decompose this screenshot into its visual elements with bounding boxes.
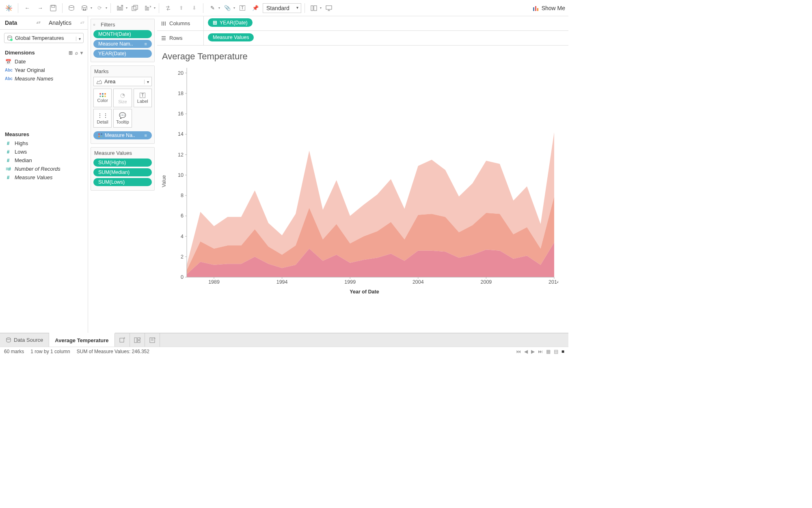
cards-column: ▫Filters MONTH(Date)Measure Nam..≡YEAR(D… xyxy=(88,16,157,333)
svg-rect-27 xyxy=(162,22,162,26)
sheet-tab-active[interactable]: Average Temperature xyxy=(49,333,114,347)
nav-first[interactable]: ⏮ xyxy=(516,349,521,354)
new-worksheet-button[interactable]: +▾ xyxy=(114,2,127,14)
svg-text:6: 6 xyxy=(181,213,184,219)
show-me-label: Show Me xyxy=(542,5,565,11)
marks-label-button[interactable]: TLabel xyxy=(134,89,152,107)
nav-prev[interactable]: ◀ xyxy=(524,349,528,354)
duplicate-button[interactable] xyxy=(129,2,140,14)
svg-text:12: 12 xyxy=(178,152,184,158)
measure-field[interactable]: #Median xyxy=(0,156,88,165)
measure-value-pill[interactable]: SUM(Median) xyxy=(93,168,152,176)
datasource-tab[interactable]: Data Source xyxy=(0,333,49,347)
measure-field[interactable]: #Measure Values xyxy=(0,173,88,182)
show-labels-button[interactable]: T xyxy=(237,2,248,14)
svg-rect-72 xyxy=(134,338,137,343)
sort-desc-button[interactable]: ⬇ xyxy=(188,2,200,14)
svg-rect-32 xyxy=(162,39,166,40)
viz-title[interactable]: Average Temperature xyxy=(162,51,560,62)
svg-text:14: 14 xyxy=(178,131,184,137)
mark-type-selector[interactable]: Area▾ xyxy=(93,77,152,86)
swap-button[interactable] xyxy=(162,2,174,14)
rows-shelf[interactable]: Rows Measure Values xyxy=(157,31,568,46)
marks-card: Marks Area▾ Color ◔Size TLabel ⋮⋮Detail … xyxy=(91,65,155,144)
filter-pill[interactable]: MONTH(Date) xyxy=(93,30,152,38)
status-sum: SUM of Measure Values: 246.352 xyxy=(77,349,149,354)
nav-last[interactable]: ⏭ xyxy=(538,349,543,354)
dimension-field[interactable]: 📅Date xyxy=(0,57,88,66)
svg-text:16: 16 xyxy=(178,111,184,117)
marks-tooltip-button[interactable]: 💬Tooltip xyxy=(113,109,132,128)
svg-rect-24 xyxy=(537,8,538,11)
svg-point-6 xyxy=(69,5,74,7)
refresh-button[interactable]: ⟳▾ xyxy=(94,2,107,14)
undo-button[interactable]: ← xyxy=(22,2,33,14)
area-chart[interactable]: 0246810121416182019891994199920042009201… xyxy=(168,66,558,287)
svg-text:10: 10 xyxy=(178,172,184,178)
group-button[interactable]: 📎▾ xyxy=(222,2,235,14)
tab-data[interactable]: Data▵▿ xyxy=(0,16,44,29)
measure-value-pill[interactable]: SUM(Lows) xyxy=(93,178,152,186)
pin-button[interactable]: 📌 xyxy=(250,2,261,14)
rows-pill[interactable]: Measure Values xyxy=(208,33,254,41)
logo-icon[interactable] xyxy=(3,2,15,14)
svg-rect-10 xyxy=(117,6,119,10)
new-story-tab[interactable]: + xyxy=(145,333,160,347)
presentation-button[interactable] xyxy=(323,2,335,14)
new-datasource-button[interactable] xyxy=(66,2,77,14)
dimension-field[interactable]: AbcMeasure Names xyxy=(0,74,88,83)
svg-text:2004: 2004 xyxy=(412,279,424,285)
tab-analytics[interactable]: Analytics▵▿ xyxy=(44,16,88,29)
view-grid[interactable]: ▦ xyxy=(546,349,551,354)
columns-icon xyxy=(161,21,166,26)
columns-pill[interactable]: ⊞YEAR(Date) xyxy=(208,18,253,27)
measure-field[interactable]: =#Number of Records xyxy=(0,165,88,173)
highlight-button[interactable]: ✎▾ xyxy=(207,2,220,14)
data-panel: Data▵▿ Analytics▵▿ Global Temperatures▾ … xyxy=(0,16,88,333)
filter-pill[interactable]: Measure Nam..≡ xyxy=(93,40,152,48)
pause-button[interactable]: ▾ xyxy=(79,2,92,14)
view-icon[interactable]: ⊞ xyxy=(69,50,73,56)
database-icon xyxy=(7,35,13,41)
new-dashboard-tab[interactable]: + xyxy=(130,333,145,347)
view-filmstrip[interactable]: ▤ xyxy=(554,349,558,354)
svg-rect-22 xyxy=(533,7,534,11)
nav-next[interactable]: ▶ xyxy=(531,349,535,354)
new-worksheet-tab[interactable]: + xyxy=(115,333,130,347)
menu-icon[interactable]: ▾ xyxy=(80,50,83,56)
measure-field[interactable]: #Highs xyxy=(0,139,88,148)
marks-detail-button[interactable]: ⋮⋮Detail xyxy=(93,109,112,128)
show-me-button[interactable]: Show Me xyxy=(533,5,565,11)
dimensions-header: Dimensions ⊞⌕▾ xyxy=(0,46,88,57)
marks-size-button[interactable]: ◔Size xyxy=(113,89,132,107)
fit-selector[interactable]: Standard xyxy=(263,3,301,13)
datasource-selector[interactable]: Global Temperatures▾ xyxy=(4,33,84,43)
filter-pill[interactable]: YEAR(Date) xyxy=(93,50,152,58)
main-toolbar: ← → ▾ ⟳▾ +▾ ×▾ ⬆ ⬇ ✎▾ 📎▾ T 📌 Standard ▾ … xyxy=(0,0,568,16)
y-axis-label: Value xyxy=(161,175,167,187)
marks-color-button[interactable]: Color xyxy=(93,89,112,107)
redo-button[interactable]: → xyxy=(35,2,46,14)
marks-color-pill[interactable]: Measure Na.. ≡ xyxy=(93,131,152,139)
measure-field[interactable]: #Lows xyxy=(0,148,88,156)
collapse-icon[interactable]: ▫ xyxy=(93,22,97,28)
show-me-icon xyxy=(533,5,539,11)
svg-text:+: + xyxy=(123,337,125,340)
svg-rect-5 xyxy=(52,5,55,7)
viz-column: Columns ⊞YEAR(Date) Rows Measure Values … xyxy=(157,16,568,333)
svg-rect-14 xyxy=(132,7,136,11)
svg-rect-17 xyxy=(147,7,149,10)
svg-text:×: × xyxy=(149,5,151,9)
svg-text:+: + xyxy=(139,337,140,340)
view-single[interactable]: ■ xyxy=(561,349,564,354)
svg-rect-8 xyxy=(83,9,84,11)
search-icon[interactable]: ⌕ xyxy=(75,50,78,56)
show-cards-button[interactable]: ▾ xyxy=(308,2,322,14)
measure-value-pill[interactable]: SUM(Highs) xyxy=(93,158,152,167)
sort-asc-button[interactable]: ⬆ xyxy=(175,2,187,14)
svg-text:1989: 1989 xyxy=(208,279,220,285)
clear-button[interactable]: ×▾ xyxy=(142,2,155,14)
columns-shelf[interactable]: Columns ⊞YEAR(Date) xyxy=(157,16,568,31)
save-button[interactable] xyxy=(48,2,59,14)
dimension-field[interactable]: AbcYear Original xyxy=(0,66,88,74)
